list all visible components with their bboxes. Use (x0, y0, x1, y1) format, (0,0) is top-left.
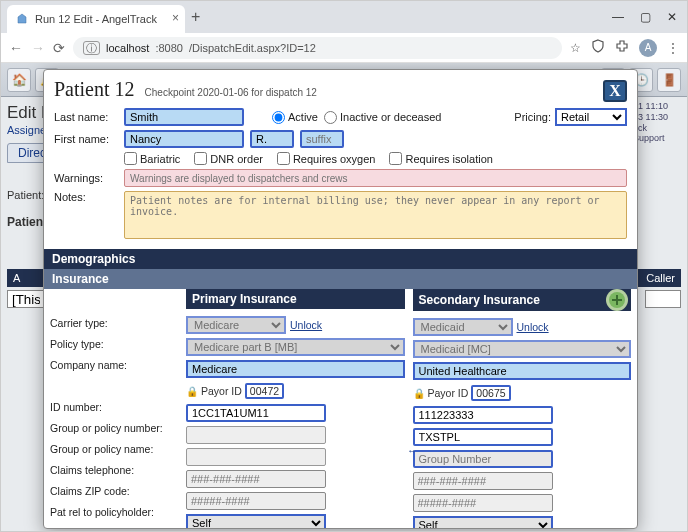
secondary-insurance-header: Secondary Insurance (413, 289, 632, 313)
bookmark-star-icon[interactable]: ☆ (570, 41, 581, 55)
toolbar-home-icon[interactable]: 🏠 (7, 68, 31, 92)
secondary-policy-select: Medicaid [MC] (413, 340, 632, 358)
toolbar-door-icon[interactable]: 🚪 (657, 68, 681, 92)
active-radio[interactable] (272, 111, 285, 124)
backdrop-cell-right[interactable] (645, 290, 681, 308)
primary-unlock-link[interactable]: Unlock (290, 319, 322, 331)
nav-forward-icon: → (31, 40, 45, 56)
primary-claimszip-input[interactable] (186, 492, 326, 510)
browser-menu-icon[interactable]: ⋮ (667, 41, 679, 55)
url-port: :8080 (155, 42, 183, 54)
middle-initial-input[interactable] (250, 130, 294, 148)
modal-subtitle: Checkpoint 2020-01-06 for dispatch 12 (145, 87, 317, 98)
secondary-payor-id[interactable]: 00675 (471, 385, 510, 401)
active-label: Active (288, 111, 318, 123)
favicon (15, 12, 29, 26)
label-payorid (50, 376, 178, 397)
patient-modal: Patient 12 Checkpoint 2020-01-06 for dis… (43, 69, 638, 529)
window-minimize-icon[interactable]: — (612, 10, 624, 24)
insurance-bar[interactable]: Insurance (44, 269, 637, 289)
secondary-patrel-select[interactable]: Self (413, 516, 553, 528)
site-info-icon[interactable]: ⓘ (83, 41, 100, 55)
lock-icon: 🔒 (186, 386, 198, 397)
oxygen-checkbox[interactable] (277, 152, 290, 165)
primary-insurance-header: Primary Insurance (186, 289, 405, 311)
primary-claimstel-input[interactable] (186, 470, 326, 488)
primary-payor-id[interactable]: 00472 (245, 383, 284, 399)
primary-patrel-select[interactable]: Self (186, 514, 326, 528)
label-policy: Policy type: (50, 334, 178, 355)
secondary-groupname-input[interactable] (413, 450, 553, 468)
lock-icon: 🔒 (413, 388, 425, 399)
notes-label: Notes: (54, 191, 118, 203)
warnings-input[interactable] (124, 169, 627, 187)
demographics-bar[interactable]: Demographics (44, 249, 637, 269)
browser-address-bar: ← → ⟳ ⓘ localhost:8080/DispatchEdit.aspx… (1, 33, 687, 63)
secondary-claimstel-input[interactable] (413, 472, 553, 490)
nav-reload-icon[interactable]: ⟳ (53, 40, 65, 56)
window-close-icon[interactable]: ✕ (667, 10, 677, 24)
swap-insurance-icon[interactable]: ↔ (407, 445, 417, 456)
secondary-payor-label: Payor ID (428, 387, 469, 399)
profile-avatar[interactable]: A (639, 39, 657, 57)
url-box[interactable]: ⓘ localhost:8080/DispatchEdit.aspx?ID=12 (73, 37, 562, 59)
primary-groupnumber-input[interactable] (186, 426, 326, 444)
label-groupnum: Group or policy number: (50, 418, 178, 439)
inactive-label: Inactive or deceased (340, 111, 442, 123)
browser-titlebar: Run 12 Edit - AngelTrack × + — ▢ ✕ (1, 1, 687, 33)
bariatric-checkbox[interactable] (124, 152, 137, 165)
primary-policy-select: Medicare part B [MB] (186, 338, 405, 356)
url-path: /DispatchEdit.aspx?ID=12 (189, 42, 316, 54)
add-insurance-icon[interactable] (609, 292, 625, 308)
window-maximize-icon[interactable]: ▢ (640, 10, 651, 24)
patient-label: Patient: (7, 189, 44, 201)
primary-carrier-select: Medicare (186, 316, 286, 334)
new-tab-button[interactable]: + (191, 8, 200, 26)
url-host: localhost (106, 42, 149, 54)
firstname-input[interactable] (124, 130, 244, 148)
warnings-label: Warnings: (54, 172, 118, 184)
dnr-checkbox[interactable] (194, 152, 207, 165)
isolation-checkbox[interactable] (389, 152, 402, 165)
label-groupname: Group or policy name: (50, 438, 178, 459)
nav-back-icon[interactable]: ← (9, 40, 23, 56)
shield-icon[interactable] (591, 39, 605, 56)
pricing-select[interactable]: Retail (555, 108, 627, 126)
primary-payor-label: Payor ID (201, 385, 242, 397)
primary-insurance-column: Primary Insurance MedicareUnlock Medicar… (186, 289, 405, 522)
modal-title: Patient 12 (54, 78, 135, 101)
extensions-icon[interactable] (615, 39, 629, 56)
label-claimszip: Claims ZIP code: (50, 480, 178, 501)
tab-title: Run 12 Edit - AngelTrack (35, 13, 157, 25)
secondary-groupnumber-input[interactable] (413, 428, 553, 446)
label-idnum: ID number: (50, 397, 178, 418)
suffix-input[interactable] (300, 130, 344, 148)
secondary-idnumber-input[interactable] (413, 406, 553, 424)
lastname-input[interactable] (124, 108, 244, 126)
insurance-row-labels: Carrier type: Policy type: Company name:… (50, 289, 178, 522)
browser-tab[interactable]: Run 12 Edit - AngelTrack × (7, 5, 185, 33)
primary-company-input[interactable] (186, 360, 405, 378)
notes-textarea[interactable] (124, 191, 627, 239)
col-caller: Caller (646, 272, 675, 284)
primary-groupname-input[interactable] (186, 448, 326, 466)
modal-close-button[interactable]: X (603, 80, 627, 102)
label-carrier: Carrier type: (50, 313, 178, 334)
pricing-label: Pricing: (514, 111, 551, 123)
tab-close-icon[interactable]: × (172, 11, 179, 25)
primary-idnumber-input[interactable] (186, 404, 326, 422)
firstname-label: First name: (54, 133, 118, 145)
secondary-unlock-link[interactable]: Unlock (517, 321, 549, 333)
label-claimstel: Claims telephone: (50, 459, 178, 480)
secondary-company-input[interactable] (413, 362, 632, 380)
label-patrel: Pat rel to policyholder: (50, 501, 178, 522)
secondary-insurance-column: Secondary Insurance MedicaidUnlock Medic… (413, 289, 632, 522)
backdrop-cell[interactable] (7, 290, 45, 308)
secondary-claimszip-input[interactable] (413, 494, 553, 512)
col-a: A (13, 272, 20, 284)
label-company: Company name: (50, 355, 178, 376)
inactive-radio[interactable] (324, 111, 337, 124)
secondary-carrier-select: Medicaid (413, 318, 513, 336)
lastname-label: Last name: (54, 111, 118, 123)
